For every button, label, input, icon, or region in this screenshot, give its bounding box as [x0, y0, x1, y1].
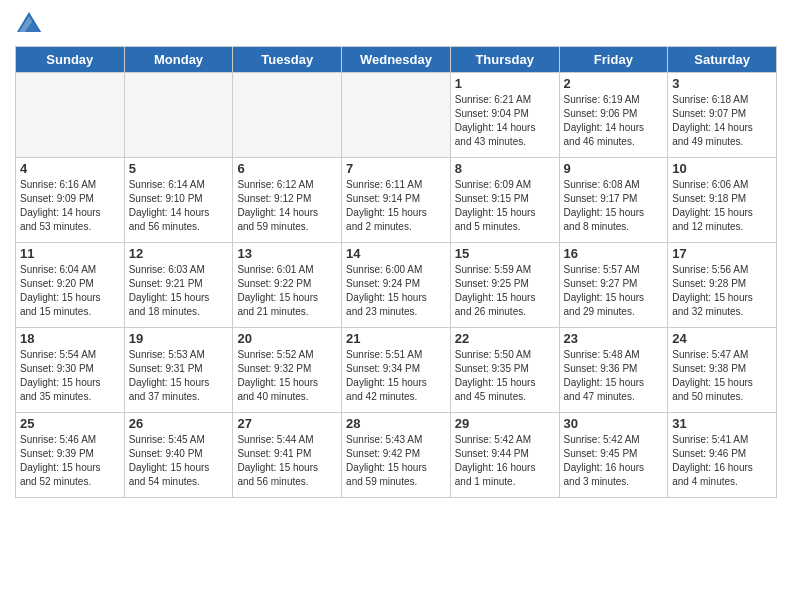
- day-info: Sunrise: 6:01 AM Sunset: 9:22 PM Dayligh…: [237, 263, 337, 319]
- day-number: 19: [129, 331, 229, 346]
- calendar-cell: 8Sunrise: 6:09 AM Sunset: 9:15 PM Daylig…: [450, 158, 559, 243]
- day-info: Sunrise: 6:14 AM Sunset: 9:10 PM Dayligh…: [129, 178, 229, 234]
- col-friday: Friday: [559, 47, 668, 73]
- col-tuesday: Tuesday: [233, 47, 342, 73]
- day-info: Sunrise: 5:56 AM Sunset: 9:28 PM Dayligh…: [672, 263, 772, 319]
- day-info: Sunrise: 6:04 AM Sunset: 9:20 PM Dayligh…: [20, 263, 120, 319]
- day-info: Sunrise: 5:57 AM Sunset: 9:27 PM Dayligh…: [564, 263, 664, 319]
- week-row-2: 4Sunrise: 6:16 AM Sunset: 9:09 PM Daylig…: [16, 158, 777, 243]
- calendar-cell: 27Sunrise: 5:44 AM Sunset: 9:41 PM Dayli…: [233, 413, 342, 498]
- logo-icon: [15, 10, 43, 38]
- day-info: Sunrise: 5:52 AM Sunset: 9:32 PM Dayligh…: [237, 348, 337, 404]
- calendar-cell: 21Sunrise: 5:51 AM Sunset: 9:34 PM Dayli…: [342, 328, 451, 413]
- calendar-cell: 29Sunrise: 5:42 AM Sunset: 9:44 PM Dayli…: [450, 413, 559, 498]
- calendar-cell: 5Sunrise: 6:14 AM Sunset: 9:10 PM Daylig…: [124, 158, 233, 243]
- calendar-cell: [16, 73, 125, 158]
- col-wednesday: Wednesday: [342, 47, 451, 73]
- day-info: Sunrise: 6:11 AM Sunset: 9:14 PM Dayligh…: [346, 178, 446, 234]
- day-number: 14: [346, 246, 446, 261]
- calendar: Sunday Monday Tuesday Wednesday Thursday…: [15, 46, 777, 498]
- day-info: Sunrise: 5:54 AM Sunset: 9:30 PM Dayligh…: [20, 348, 120, 404]
- day-number: 22: [455, 331, 555, 346]
- day-info: Sunrise: 6:06 AM Sunset: 9:18 PM Dayligh…: [672, 178, 772, 234]
- day-info: Sunrise: 5:59 AM Sunset: 9:25 PM Dayligh…: [455, 263, 555, 319]
- day-number: 12: [129, 246, 229, 261]
- day-number: 3: [672, 76, 772, 91]
- calendar-cell: 12Sunrise: 6:03 AM Sunset: 9:21 PM Dayli…: [124, 243, 233, 328]
- calendar-cell: 2Sunrise: 6:19 AM Sunset: 9:06 PM Daylig…: [559, 73, 668, 158]
- calendar-cell: [342, 73, 451, 158]
- day-info: Sunrise: 6:21 AM Sunset: 9:04 PM Dayligh…: [455, 93, 555, 149]
- day-number: 2: [564, 76, 664, 91]
- calendar-cell: 10Sunrise: 6:06 AM Sunset: 9:18 PM Dayli…: [668, 158, 777, 243]
- day-info: Sunrise: 6:03 AM Sunset: 9:21 PM Dayligh…: [129, 263, 229, 319]
- col-thursday: Thursday: [450, 47, 559, 73]
- day-number: 26: [129, 416, 229, 431]
- day-number: 9: [564, 161, 664, 176]
- day-info: Sunrise: 5:46 AM Sunset: 9:39 PM Dayligh…: [20, 433, 120, 489]
- calendar-cell: 19Sunrise: 5:53 AM Sunset: 9:31 PM Dayli…: [124, 328, 233, 413]
- day-info: Sunrise: 6:12 AM Sunset: 9:12 PM Dayligh…: [237, 178, 337, 234]
- week-row-3: 11Sunrise: 6:04 AM Sunset: 9:20 PM Dayli…: [16, 243, 777, 328]
- day-info: Sunrise: 5:44 AM Sunset: 9:41 PM Dayligh…: [237, 433, 337, 489]
- calendar-cell: 6Sunrise: 6:12 AM Sunset: 9:12 PM Daylig…: [233, 158, 342, 243]
- day-number: 18: [20, 331, 120, 346]
- calendar-cell: 26Sunrise: 5:45 AM Sunset: 9:40 PM Dayli…: [124, 413, 233, 498]
- day-number: 1: [455, 76, 555, 91]
- calendar-cell: 4Sunrise: 6:16 AM Sunset: 9:09 PM Daylig…: [16, 158, 125, 243]
- day-number: 5: [129, 161, 229, 176]
- day-info: Sunrise: 5:41 AM Sunset: 9:46 PM Dayligh…: [672, 433, 772, 489]
- calendar-cell: 15Sunrise: 5:59 AM Sunset: 9:25 PM Dayli…: [450, 243, 559, 328]
- week-row-1: 1Sunrise: 6:21 AM Sunset: 9:04 PM Daylig…: [16, 73, 777, 158]
- day-number: 6: [237, 161, 337, 176]
- day-info: Sunrise: 6:00 AM Sunset: 9:24 PM Dayligh…: [346, 263, 446, 319]
- day-number: 31: [672, 416, 772, 431]
- calendar-cell: 28Sunrise: 5:43 AM Sunset: 9:42 PM Dayli…: [342, 413, 451, 498]
- day-number: 30: [564, 416, 664, 431]
- day-info: Sunrise: 5:53 AM Sunset: 9:31 PM Dayligh…: [129, 348, 229, 404]
- col-saturday: Saturday: [668, 47, 777, 73]
- day-info: Sunrise: 5:43 AM Sunset: 9:42 PM Dayligh…: [346, 433, 446, 489]
- day-info: Sunrise: 6:19 AM Sunset: 9:06 PM Dayligh…: [564, 93, 664, 149]
- header: [15, 10, 777, 38]
- calendar-cell: 1Sunrise: 6:21 AM Sunset: 9:04 PM Daylig…: [450, 73, 559, 158]
- calendar-cell: [124, 73, 233, 158]
- day-number: 25: [20, 416, 120, 431]
- day-number: 21: [346, 331, 446, 346]
- day-number: 15: [455, 246, 555, 261]
- col-monday: Monday: [124, 47, 233, 73]
- calendar-cell: 11Sunrise: 6:04 AM Sunset: 9:20 PM Dayli…: [16, 243, 125, 328]
- day-info: Sunrise: 5:45 AM Sunset: 9:40 PM Dayligh…: [129, 433, 229, 489]
- logo: [15, 10, 47, 38]
- calendar-cell: 25Sunrise: 5:46 AM Sunset: 9:39 PM Dayli…: [16, 413, 125, 498]
- day-number: 27: [237, 416, 337, 431]
- calendar-cell: 20Sunrise: 5:52 AM Sunset: 9:32 PM Dayli…: [233, 328, 342, 413]
- day-number: 29: [455, 416, 555, 431]
- calendar-header-row: Sunday Monday Tuesday Wednesday Thursday…: [16, 47, 777, 73]
- week-row-5: 25Sunrise: 5:46 AM Sunset: 9:39 PM Dayli…: [16, 413, 777, 498]
- calendar-cell: 30Sunrise: 5:42 AM Sunset: 9:45 PM Dayli…: [559, 413, 668, 498]
- day-info: Sunrise: 5:50 AM Sunset: 9:35 PM Dayligh…: [455, 348, 555, 404]
- day-number: 16: [564, 246, 664, 261]
- day-info: Sunrise: 6:16 AM Sunset: 9:09 PM Dayligh…: [20, 178, 120, 234]
- day-number: 20: [237, 331, 337, 346]
- day-info: Sunrise: 5:48 AM Sunset: 9:36 PM Dayligh…: [564, 348, 664, 404]
- day-number: 23: [564, 331, 664, 346]
- calendar-cell: 23Sunrise: 5:48 AM Sunset: 9:36 PM Dayli…: [559, 328, 668, 413]
- day-number: 28: [346, 416, 446, 431]
- day-info: Sunrise: 6:08 AM Sunset: 9:17 PM Dayligh…: [564, 178, 664, 234]
- day-number: 24: [672, 331, 772, 346]
- day-number: 17: [672, 246, 772, 261]
- day-number: 10: [672, 161, 772, 176]
- calendar-cell: 17Sunrise: 5:56 AM Sunset: 9:28 PM Dayli…: [668, 243, 777, 328]
- day-info: Sunrise: 5:47 AM Sunset: 9:38 PM Dayligh…: [672, 348, 772, 404]
- calendar-cell: 22Sunrise: 5:50 AM Sunset: 9:35 PM Dayli…: [450, 328, 559, 413]
- day-number: 13: [237, 246, 337, 261]
- day-number: 8: [455, 161, 555, 176]
- calendar-cell: 7Sunrise: 6:11 AM Sunset: 9:14 PM Daylig…: [342, 158, 451, 243]
- day-info: Sunrise: 6:18 AM Sunset: 9:07 PM Dayligh…: [672, 93, 772, 149]
- week-row-4: 18Sunrise: 5:54 AM Sunset: 9:30 PM Dayli…: [16, 328, 777, 413]
- page: Sunday Monday Tuesday Wednesday Thursday…: [0, 0, 792, 612]
- day-number: 4: [20, 161, 120, 176]
- day-info: Sunrise: 5:42 AM Sunset: 9:44 PM Dayligh…: [455, 433, 555, 489]
